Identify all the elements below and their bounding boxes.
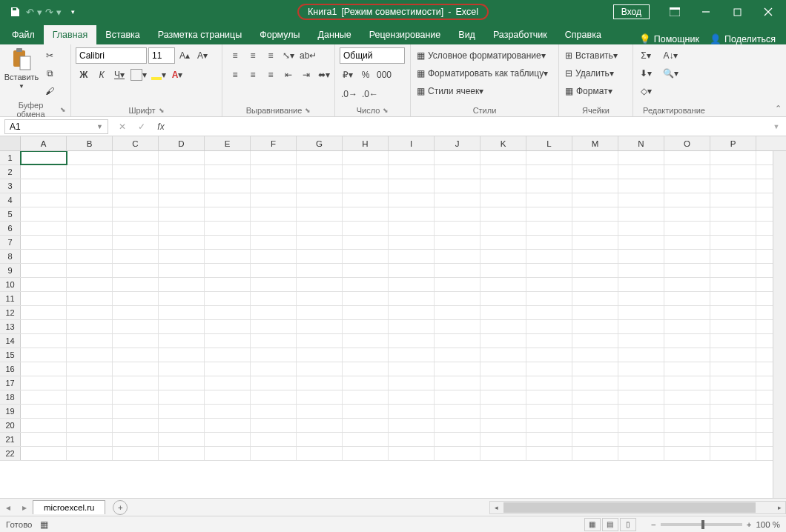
cell[interactable] [480,165,526,179]
cell[interactable] [526,165,572,179]
cell[interactable] [435,207,480,221]
hscroll-thumb[interactable] [503,502,756,513]
cell[interactable] [618,320,664,333]
zoom-in-icon[interactable]: + [747,520,752,529]
macro-record-icon[interactable]: ▦ [40,519,48,530]
new-sheet-button[interactable]: + [113,500,128,515]
row-header[interactable]: 6 [0,222,21,235]
cell[interactable] [572,278,618,291]
cell[interactable] [664,179,710,193]
cell[interactable] [435,250,480,263]
tab-вид[interactable]: Вид [449,25,484,44]
page-layout-view-icon[interactable]: ▤ [602,518,618,531]
cell[interactable] [480,151,526,164]
align-right-icon[interactable]: ≡ [262,67,279,83]
cell[interactable] [435,362,480,376]
cell[interactable] [251,376,297,390]
cell[interactable] [435,306,480,319]
cell[interactable] [251,405,297,418]
cell-styles-button[interactable]: ▦ Стили ячеек ▾ [415,83,554,99]
cell[interactable] [618,222,664,235]
increase-font-icon[interactable]: A▴ [176,47,193,64]
cell[interactable] [435,433,480,446]
align-top-icon[interactable]: ≡ [227,47,243,64]
cell[interactable] [710,447,756,460]
find-select-icon[interactable]: 🔍▾ [661,65,680,82]
align-center-icon[interactable]: ≡ [245,67,261,83]
cell[interactable] [205,433,251,446]
cell[interactable] [297,250,343,263]
orientation-icon[interactable]: ⤡▾ [280,47,297,64]
cell[interactable] [526,306,572,319]
ribbon-display-icon[interactable] [660,1,690,22]
cell[interactable] [435,165,480,179]
cell[interactable] [297,151,343,164]
cell[interactable] [297,433,343,446]
cell[interactable] [710,419,756,432]
cell[interactable] [618,348,664,362]
cell[interactable] [526,292,572,305]
cell[interactable] [389,334,435,348]
clipboard-launcher-icon[interactable]: ⬊ [60,106,66,113]
cell[interactable] [710,222,756,235]
cell[interactable] [67,222,113,235]
cell[interactable] [389,193,435,207]
cell[interactable] [67,179,113,193]
cell[interactable] [113,222,159,235]
enter-formula-icon[interactable]: ✓ [132,122,151,132]
merge-icon[interactable]: ⬌▾ [316,67,332,83]
cell[interactable] [113,320,159,333]
cell[interactable] [435,390,480,404]
cell[interactable] [113,306,159,319]
collapse-ribbon-icon[interactable]: ⌃ [775,104,782,113]
cell[interactable] [618,334,664,348]
cell[interactable] [251,165,297,179]
cell[interactable] [159,419,205,432]
cell[interactable] [618,376,664,390]
cell[interactable] [480,447,526,460]
cell[interactable] [113,165,159,179]
cell[interactable] [389,405,435,418]
zoom-out-icon[interactable]: − [651,520,656,529]
align-launcher-icon[interactable]: ⬊ [305,107,311,114]
fill-icon[interactable]: ⬇▾ [638,65,654,82]
cell[interactable] [389,390,435,404]
row-header[interactable]: 2 [0,165,21,179]
cell[interactable] [21,193,67,207]
cell[interactable] [618,419,664,432]
cell[interactable] [480,334,526,348]
cell[interactable] [21,292,67,305]
column-header[interactable]: P [710,136,756,150]
cell[interactable] [205,390,251,404]
cell[interactable] [113,264,159,277]
cell[interactable] [343,278,389,291]
cell[interactable] [159,250,205,263]
tab-данные[interactable]: Данные [309,25,360,44]
cell[interactable] [618,362,664,376]
cell[interactable] [113,376,159,390]
cell[interactable] [526,320,572,333]
cell[interactable] [664,447,710,460]
cell[interactable] [618,165,664,179]
row-header[interactable]: 7 [0,236,21,249]
cell[interactable] [710,236,756,249]
cell[interactable] [526,447,572,460]
increase-decimal-icon[interactable]: .0→ [340,86,359,102]
borders-icon[interactable]: ▾ [129,67,148,83]
row-header[interactable]: 10 [0,278,21,291]
cell[interactable] [343,292,389,305]
cell[interactable] [297,362,343,376]
cell[interactable] [343,334,389,348]
cell[interactable] [297,306,343,319]
sort-filter-icon[interactable]: A↓▾ [661,47,680,64]
cell[interactable] [389,250,435,263]
cell[interactable] [618,193,664,207]
cell[interactable] [664,207,710,221]
maximize-icon[interactable] [722,1,752,22]
cell[interactable] [297,179,343,193]
cell[interactable] [251,334,297,348]
cell[interactable] [297,278,343,291]
cell[interactable] [21,236,67,249]
cell[interactable] [113,348,159,362]
cell[interactable] [21,334,67,348]
